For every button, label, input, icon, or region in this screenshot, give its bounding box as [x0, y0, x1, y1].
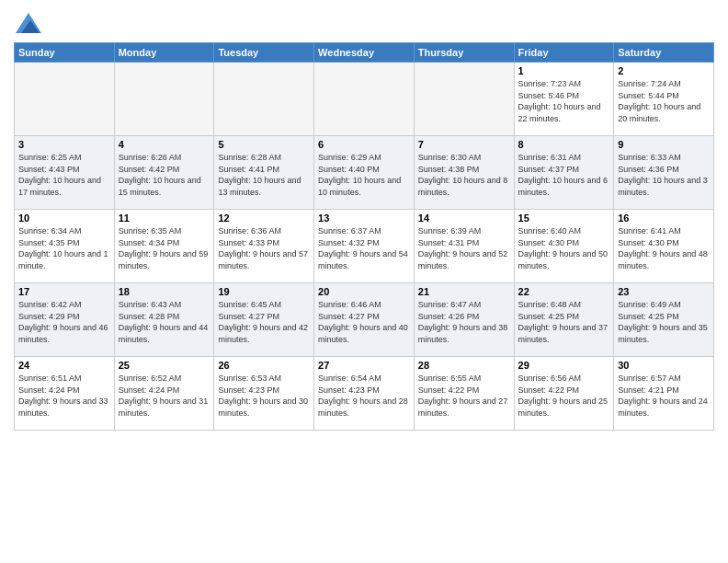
calendar-cell: 29Sunrise: 6:56 AM Sunset: 4:22 PM Dayli…	[514, 357, 614, 431]
day-number: 14	[418, 213, 510, 224]
day-info: Sunrise: 6:39 AM Sunset: 4:31 PM Dayligh…	[418, 225, 510, 271]
day-number: 29	[518, 360, 610, 371]
day-info: Sunrise: 6:29 AM Sunset: 4:40 PM Dayligh…	[318, 152, 410, 198]
day-info: Sunrise: 6:33 AM Sunset: 4:36 PM Dayligh…	[618, 152, 710, 198]
calendar-cell	[15, 63, 115, 136]
calendar-cell: 14Sunrise: 6:39 AM Sunset: 4:31 PM Dayli…	[414, 210, 514, 283]
calendar-week-1: 1Sunrise: 7:23 AM Sunset: 5:46 PM Daylig…	[15, 63, 714, 136]
day-number: 4	[119, 139, 210, 150]
day-info: Sunrise: 6:55 AM Sunset: 4:22 PM Dayligh…	[418, 373, 510, 419]
calendar-cell: 23Sunrise: 6:49 AM Sunset: 4:25 PM Dayli…	[614, 283, 714, 357]
day-number: 11	[119, 213, 210, 224]
day-number: 1	[518, 65, 610, 76]
day-info: Sunrise: 6:25 AM Sunset: 4:43 PM Dayligh…	[18, 152, 110, 198]
day-number: 18	[119, 286, 210, 297]
calendar-cell: 5Sunrise: 6:28 AM Sunset: 4:41 PM Daylig…	[214, 136, 314, 210]
day-info: Sunrise: 7:24 AM Sunset: 5:44 PM Dayligh…	[618, 78, 710, 124]
day-info: Sunrise: 6:35 AM Sunset: 4:34 PM Dayligh…	[119, 225, 210, 271]
calendar-cell: 17Sunrise: 6:42 AM Sunset: 4:29 PM Dayli…	[15, 283, 115, 357]
day-number: 15	[518, 213, 610, 224]
day-number: 10	[18, 213, 110, 224]
calendar-cell: 24Sunrise: 6:51 AM Sunset: 4:24 PM Dayli…	[15, 357, 115, 431]
day-number: 13	[318, 213, 410, 224]
day-number: 27	[318, 360, 410, 371]
day-number: 23	[618, 286, 710, 297]
day-number: 16	[618, 213, 710, 224]
day-info: Sunrise: 6:41 AM Sunset: 4:30 PM Dayligh…	[618, 225, 710, 271]
calendar-week-5: 24Sunrise: 6:51 AM Sunset: 4:24 PM Dayli…	[15, 357, 714, 431]
calendar-cell: 9Sunrise: 6:33 AM Sunset: 4:36 PM Daylig…	[614, 136, 714, 210]
calendar-header-thursday: Thursday	[414, 43, 514, 63]
day-info: Sunrise: 6:43 AM Sunset: 4:28 PM Dayligh…	[119, 299, 210, 345]
calendar-week-3: 10Sunrise: 6:34 AM Sunset: 4:35 PM Dayli…	[15, 210, 714, 283]
calendar-header-row: SundayMondayTuesdayWednesdayThursdayFrid…	[15, 43, 714, 63]
day-number: 3	[18, 139, 110, 150]
calendar-header-friday: Friday	[514, 43, 614, 63]
calendar-cell: 8Sunrise: 6:31 AM Sunset: 4:37 PM Daylig…	[514, 136, 614, 210]
day-info: Sunrise: 6:40 AM Sunset: 4:30 PM Dayligh…	[518, 225, 610, 271]
calendar-cell: 15Sunrise: 6:40 AM Sunset: 4:30 PM Dayli…	[514, 210, 614, 283]
calendar-cell: 22Sunrise: 6:48 AM Sunset: 4:25 PM Dayli…	[514, 283, 614, 357]
day-number: 26	[218, 360, 310, 371]
day-number: 28	[418, 360, 510, 371]
day-info: Sunrise: 6:45 AM Sunset: 4:27 PM Dayligh…	[218, 299, 310, 345]
day-info: Sunrise: 6:46 AM Sunset: 4:27 PM Dayligh…	[318, 299, 410, 345]
day-info: Sunrise: 6:57 AM Sunset: 4:21 PM Dayligh…	[618, 373, 710, 419]
day-info: Sunrise: 6:51 AM Sunset: 4:24 PM Dayligh…	[18, 373, 110, 419]
day-number: 20	[318, 286, 410, 297]
day-info: Sunrise: 6:34 AM Sunset: 4:35 PM Dayligh…	[18, 225, 110, 271]
day-info: Sunrise: 6:53 AM Sunset: 4:23 PM Dayligh…	[218, 373, 310, 419]
calendar-cell: 27Sunrise: 6:54 AM Sunset: 4:23 PM Dayli…	[314, 357, 415, 431]
day-number: 21	[418, 286, 510, 297]
calendar-cell: 3Sunrise: 6:25 AM Sunset: 4:43 PM Daylig…	[15, 136, 115, 210]
day-number: 12	[218, 213, 310, 224]
day-info: Sunrise: 6:37 AM Sunset: 4:32 PM Dayligh…	[318, 225, 410, 271]
calendar-cell: 19Sunrise: 6:45 AM Sunset: 4:27 PM Dayli…	[214, 283, 314, 357]
calendar-cell: 4Sunrise: 6:26 AM Sunset: 4:42 PM Daylig…	[114, 136, 214, 210]
day-number: 6	[318, 139, 410, 150]
calendar-header-saturday: Saturday	[614, 43, 714, 63]
calendar-header-monday: Monday	[114, 43, 214, 63]
calendar-week-2: 3Sunrise: 6:25 AM Sunset: 4:43 PM Daylig…	[15, 136, 714, 210]
logo-icon	[16, 13, 41, 33]
calendar-cell: 1Sunrise: 7:23 AM Sunset: 5:46 PM Daylig…	[514, 63, 614, 136]
day-number: 30	[618, 360, 710, 371]
day-info: Sunrise: 6:36 AM Sunset: 4:33 PM Dayligh…	[218, 225, 310, 271]
calendar-cell: 26Sunrise: 6:53 AM Sunset: 4:23 PM Dayli…	[214, 357, 314, 431]
calendar-cell: 21Sunrise: 6:47 AM Sunset: 4:26 PM Dayli…	[414, 283, 514, 357]
day-info: Sunrise: 6:31 AM Sunset: 4:37 PM Dayligh…	[518, 152, 610, 198]
day-info: Sunrise: 7:23 AM Sunset: 5:46 PM Dayligh…	[518, 78, 610, 124]
day-number: 19	[218, 286, 310, 297]
calendar-cell	[214, 63, 314, 136]
day-number: 17	[18, 286, 110, 297]
day-info: Sunrise: 6:54 AM Sunset: 4:23 PM Dayligh…	[318, 373, 410, 419]
calendar-week-4: 17Sunrise: 6:42 AM Sunset: 4:29 PM Dayli…	[15, 283, 714, 357]
day-number: 2	[618, 65, 710, 76]
day-number: 8	[518, 139, 610, 150]
day-info: Sunrise: 6:49 AM Sunset: 4:25 PM Dayligh…	[618, 299, 710, 345]
day-info: Sunrise: 6:26 AM Sunset: 4:42 PM Dayligh…	[119, 152, 210, 198]
day-number: 7	[418, 139, 510, 150]
day-info: Sunrise: 6:56 AM Sunset: 4:22 PM Dayligh…	[518, 373, 610, 419]
calendar-cell: 11Sunrise: 6:35 AM Sunset: 4:34 PM Dayli…	[114, 210, 214, 283]
calendar-cell: 20Sunrise: 6:46 AM Sunset: 4:27 PM Dayli…	[314, 283, 415, 357]
page: SundayMondayTuesdayWednesdayThursdayFrid…	[0, 0, 728, 563]
calendar-table: SundayMondayTuesdayWednesdayThursdayFrid…	[14, 42, 714, 431]
calendar-cell: 25Sunrise: 6:52 AM Sunset: 4:24 PM Dayli…	[114, 357, 214, 431]
day-number: 24	[18, 360, 110, 371]
calendar-cell: 12Sunrise: 6:36 AM Sunset: 4:33 PM Dayli…	[214, 210, 314, 283]
calendar-cell	[314, 63, 415, 136]
calendar-header-wednesday: Wednesday	[314, 43, 415, 63]
calendar-cell: 16Sunrise: 6:41 AM Sunset: 4:30 PM Dayli…	[614, 210, 714, 283]
day-number: 22	[518, 286, 610, 297]
calendar-cell: 7Sunrise: 6:30 AM Sunset: 4:38 PM Daylig…	[414, 136, 514, 210]
day-number: 9	[618, 139, 710, 150]
day-info: Sunrise: 6:42 AM Sunset: 4:29 PM Dayligh…	[18, 299, 110, 345]
calendar-cell: 28Sunrise: 6:55 AM Sunset: 4:22 PM Dayli…	[414, 357, 514, 431]
calendar-cell: 10Sunrise: 6:34 AM Sunset: 4:35 PM Dayli…	[15, 210, 115, 283]
day-number: 5	[218, 139, 310, 150]
header	[14, 9, 714, 37]
day-info: Sunrise: 6:30 AM Sunset: 4:38 PM Dayligh…	[418, 152, 510, 198]
day-info: Sunrise: 6:28 AM Sunset: 4:41 PM Dayligh…	[218, 152, 310, 198]
calendar-cell: 30Sunrise: 6:57 AM Sunset: 4:21 PM Dayli…	[614, 357, 714, 431]
